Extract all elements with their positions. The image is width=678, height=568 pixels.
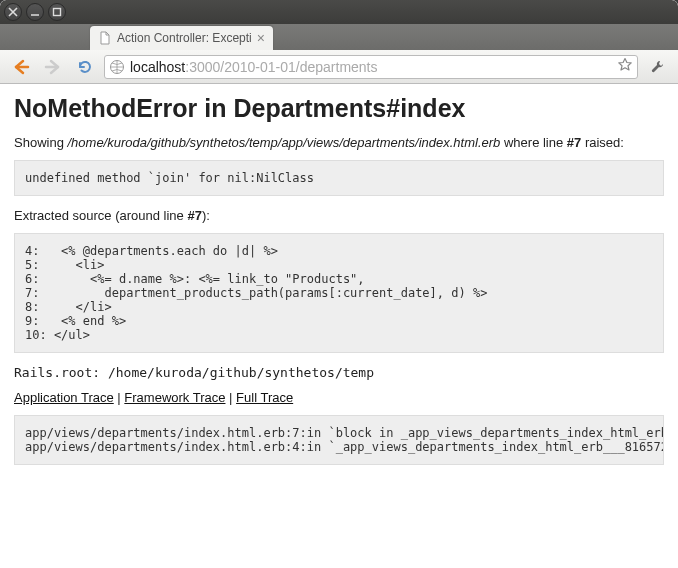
trace-links: Application Trace | Framework Trace | Fu… [14, 390, 664, 405]
star-icon [617, 57, 633, 73]
framework-trace-link[interactable]: Framework Trace [124, 390, 225, 405]
forward-arrow-icon [44, 58, 62, 76]
showing-line: Showing /home/kuroda/github/synthetos/te… [14, 135, 664, 150]
back-arrow-icon [12, 58, 30, 76]
minimize-window-button[interactable] [26, 3, 44, 21]
browser-tab[interactable]: Action Controller: Excepti × [90, 26, 273, 50]
bookmark-star-button[interactable] [617, 57, 633, 76]
maximize-window-button[interactable] [48, 3, 66, 21]
browser-toolbar: localhost:3000/2010-01-01/departments [0, 50, 678, 84]
showing-mid: where line [500, 135, 566, 150]
showing-suffix: raised: [581, 135, 624, 150]
tab-bar: Action Controller: Excepti × [0, 24, 678, 50]
url-host: localhost [130, 59, 185, 75]
extracted-prefix: Extracted source (around line [14, 208, 187, 223]
globe-icon [109, 59, 125, 75]
reload-icon [76, 58, 94, 76]
page-icon [98, 31, 112, 45]
trace-separator: | [114, 390, 125, 405]
forward-button[interactable] [40, 54, 66, 80]
extracted-source-line: Extracted source (around line #7): [14, 208, 664, 223]
error-message-box: undefined method `join' for nil:NilClass [14, 160, 664, 196]
browser-window: Action Controller: Excepti × localhost:3… [0, 0, 678, 568]
svg-rect-0 [54, 9, 61, 16]
template-path: /home/kuroda/github/synthetos/temp/app/v… [67, 135, 500, 150]
trace-separator: | [225, 390, 236, 405]
line-ref: #7 [567, 135, 581, 150]
close-icon [8, 7, 18, 17]
extracted-suffix: ): [202, 208, 210, 223]
close-window-button[interactable] [4, 3, 22, 21]
wrench-menu-button[interactable] [644, 54, 670, 80]
window-titlebar [0, 0, 678, 24]
trace-output-box: app/views/departments/index.html.erb:7:i… [14, 415, 664, 465]
tab-title: Action Controller: Excepti [117, 31, 252, 45]
address-bar[interactable]: localhost:3000/2010-01-01/departments [104, 55, 638, 79]
back-button[interactable] [8, 54, 34, 80]
minimize-icon [30, 7, 40, 17]
showing-prefix: Showing [14, 135, 67, 150]
extracted-line: #7 [187, 208, 201, 223]
full-trace-link[interactable]: Full Trace [236, 390, 293, 405]
application-trace-link[interactable]: Application Trace [14, 390, 114, 405]
tab-close-button[interactable]: × [257, 30, 265, 46]
source-extract-box: 4: <% @departments.each do |d| %> 5: <li… [14, 233, 664, 353]
error-heading: NoMethodError in Departments#index [14, 94, 664, 123]
wrench-icon [648, 58, 666, 76]
url-path: :3000/2010-01-01/departments [185, 59, 377, 75]
maximize-icon [52, 7, 62, 17]
reload-button[interactable] [72, 54, 98, 80]
page-content[interactable]: NoMethodError in Departments#index Showi… [0, 84, 678, 568]
rails-root: Rails.root: /home/kuroda/github/syntheto… [14, 365, 664, 380]
